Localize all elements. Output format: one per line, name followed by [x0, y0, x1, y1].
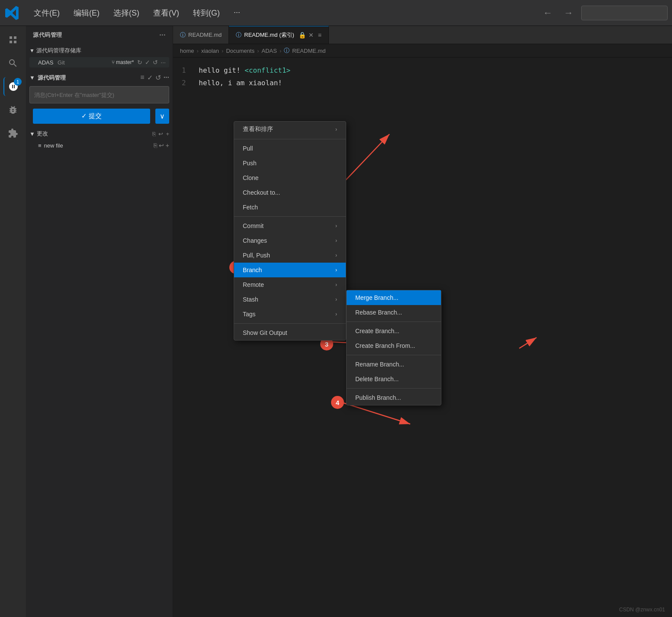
ctx-fetch[interactable]: Fetch: [234, 200, 346, 215]
sidebar-header-icons: ···: [159, 31, 166, 39]
nav-back[interactable]: ←: [540, 6, 556, 19]
menu-select[interactable]: 选择(S): [108, 6, 145, 20]
ctx-checkout[interactable]: Checkout to...: [234, 185, 346, 200]
ctx-branch[interactable]: Branch ›: [234, 263, 346, 277]
sub-sep-1: [347, 321, 441, 322]
titlebar-nav: ← →: [540, 6, 668, 20]
changes-icons: ⎘ ↩ +: [152, 131, 169, 137]
chevron-right-icon: ›: [335, 126, 337, 132]
menu-goto[interactable]: 转到(G): [188, 6, 225, 20]
breadcrumb-documents[interactable]: Documents: [226, 48, 254, 54]
scm-repo-section: ▼ 源代码管理存储库 ADAS Git ⑂ master* ↻ ✓ ↺ ···: [26, 42, 173, 71]
scm-section2-header: ▼ 源代码管理 ≡ ✓ ↺ ···: [26, 71, 173, 84]
chevron-right-remote-icon: ›: [335, 282, 337, 288]
chevron-right-tags-icon: ›: [335, 311, 337, 317]
more-dots-icon[interactable]: ···: [161, 59, 166, 66]
sidebar-title: 源代码管理: [33, 31, 62, 39]
file-action-1[interactable]: ⎘: [154, 142, 157, 149]
sub-merge-branch[interactable]: Merge Branch...: [347, 290, 441, 305]
file-add-icon[interactable]: ⎘: [152, 131, 156, 137]
ctx-changes[interactable]: Changes ›: [234, 233, 346, 248]
ctx-pull-push[interactable]: Pull, Push ›: [234, 248, 346, 263]
activity-explorer[interactable]: [3, 30, 23, 49]
scm-section2-icons: ≡ ✓ ↺ ···: [140, 74, 169, 82]
ctx-clone[interactable]: Clone: [234, 170, 346, 185]
scm-repo-section-header[interactable]: ▼ 源代码管理存储库: [26, 45, 173, 56]
scm-commit-button[interactable]: ✓ 提交: [33, 109, 150, 124]
scm-message-input[interactable]: [29, 86, 169, 103]
file-name: new file: [44, 142, 154, 149]
nav-forward[interactable]: →: [560, 6, 577, 19]
scm-repo-row[interactable]: ADAS Git ⑂ master* ↻ ✓ ↺ ···: [29, 57, 169, 67]
file-action-3[interactable]: +: [166, 142, 169, 149]
editor-content: 1 hello git! <conflict1> 2 hello, i am x…: [173, 58, 672, 96]
menu-file[interactable]: 文件(E): [29, 6, 65, 20]
tab-readme[interactable]: ⓘ README.md: [173, 26, 229, 44]
editor-breadcrumb: home › xiaolan › Documents › ADAS › ⓘ RE…: [173, 44, 672, 58]
repo-branch: ⑂ master*: [112, 59, 134, 65]
breadcrumb-adas[interactable]: ADAS: [262, 48, 277, 54]
more-icon[interactable]: ···: [159, 31, 166, 39]
ctx-tags[interactable]: Tags ›: [234, 307, 346, 321]
ctx-pull[interactable]: Pull: [234, 141, 346, 156]
file-action-2[interactable]: ↩: [159, 142, 164, 149]
chevron-right-commit-icon: ›: [335, 223, 337, 229]
refresh-icon[interactable]: ↻: [137, 59, 142, 66]
ctx-sep-2: [234, 216, 346, 217]
file-action-icons: ⎘ ↩ +: [154, 142, 169, 149]
scm-changes-header: ▼ 更改 ⎘ ↩ +: [26, 127, 173, 140]
ctx-remote[interactable]: Remote ›: [234, 277, 346, 292]
check2-icon[interactable]: ✓: [147, 74, 153, 82]
menu-view[interactable]: 查看(V): [148, 6, 184, 20]
svg-line-4: [342, 402, 410, 424]
discard-icon[interactable]: ↩: [158, 131, 163, 137]
scm-file-row[interactable]: ≡ new file ⎘ ↩ +: [26, 140, 173, 151]
ctx-commit[interactable]: Commit ›: [234, 219, 346, 233]
sub-create-branch-from[interactable]: Create Branch From...: [347, 338, 441, 353]
sub-publish-branch[interactable]: Publish Branch...: [347, 390, 441, 405]
more2-icon[interactable]: ···: [164, 74, 169, 82]
sub-sep-2: [347, 355, 441, 355]
tab-menu-icon[interactable]: ≡: [318, 32, 322, 39]
breadcrumb-xiaolan[interactable]: xiaolan: [201, 48, 219, 54]
activity-extensions[interactable]: [3, 124, 23, 143]
repo-name: ADAS Git: [38, 59, 109, 66]
scm-commit-side-button[interactable]: ∨: [155, 109, 169, 124]
activity-scm[interactable]: 1: [3, 77, 23, 96]
activity-search[interactable]: [3, 54, 23, 73]
code-line-2: 2 hello, i am xiaolan!: [182, 77, 663, 90]
sub-delete-branch[interactable]: Delete Branch...: [347, 372, 441, 386]
activity-bar: 1: [0, 26, 26, 617]
titlebar-search[interactable]: [581, 6, 668, 20]
breadcrumb-icon: ⓘ: [284, 47, 289, 55]
list-icon[interactable]: ≡: [140, 74, 144, 82]
repo-section-title: 源代码管理存储库: [36, 47, 81, 55]
sub-rebase-branch[interactable]: Rebase Branch...: [347, 305, 441, 320]
ctx-push[interactable]: Push: [234, 156, 346, 170]
sub-create-branch[interactable]: Create Branch...: [347, 324, 441, 338]
plus-icon[interactable]: +: [166, 131, 169, 137]
sub-rename-branch[interactable]: Rename Branch...: [347, 357, 441, 372]
titlebar: 文件(E) 编辑(E) 选择(S) 查看(V) 转到(G) ··· ← →: [0, 0, 672, 26]
activity-debug[interactable]: [3, 100, 23, 119]
scm-badge: 1: [14, 78, 22, 86]
menu-more[interactable]: ···: [228, 6, 245, 20]
watermark: CSDN @znwx.cn01: [619, 607, 665, 613]
sync2-icon[interactable]: ↺: [155, 74, 161, 82]
ctx-stash[interactable]: Stash ›: [234, 292, 346, 307]
breadcrumb-file[interactable]: README.md: [292, 48, 325, 54]
tab-close[interactable]: ✕: [309, 32, 314, 39]
repo-icons: ↻ ✓ ↺ ···: [137, 59, 166, 66]
scm-commit-row: ✓ 提交 ∨: [29, 107, 169, 125]
check-icon[interactable]: ✓: [145, 59, 150, 66]
sync-icon[interactable]: ↺: [153, 59, 158, 66]
file-icon: ≡: [38, 142, 42, 149]
repo-section-arrow: ▼: [29, 48, 35, 54]
ctx-show-git-output[interactable]: Show Git Output: [234, 325, 346, 340]
tab-readme-index[interactable]: ⓘ README.md (索引) 🔒 ✕ ≡: [229, 26, 329, 44]
ctx-view-sort[interactable]: 查看和排序 ›: [234, 122, 346, 137]
breadcrumb-home[interactable]: home: [180, 48, 194, 54]
changes-arrow: ▼: [29, 131, 35, 137]
sub-sep-3: [347, 388, 441, 389]
menu-edit[interactable]: 编辑(E): [68, 6, 105, 20]
